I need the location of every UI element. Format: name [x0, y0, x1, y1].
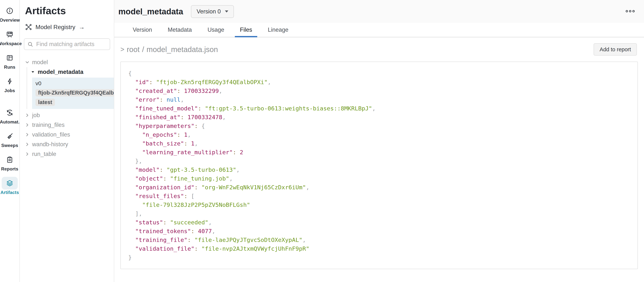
tree-collection-job[interactable]: job — [24, 110, 110, 120]
tree-collection-label: validation_files — [32, 131, 70, 138]
artifact-tree: model model_metadata v0 ftjob-Zkn5rqfERG… — [24, 57, 110, 159]
code-line: "created_at": 1700332299, — [128, 86, 630, 95]
json-code: { "id": "ftjob-Zkn5rqfERGQy3f4QEalbOPXi"… — [128, 69, 630, 262]
tree-collection-label: wandb-history — [32, 141, 68, 148]
model-registry-icon — [25, 23, 32, 30]
code-line: { — [128, 69, 630, 78]
app-window: OverviewWorkspaceRunsJobsAutomat.SweepsR… — [0, 0, 644, 282]
caret-down-icon — [30, 69, 36, 75]
version-selector[interactable]: Version 0 — [191, 5, 234, 18]
breadcrumb-root[interactable]: root — [127, 45, 140, 54]
info-icon — [2, 4, 18, 17]
collapse-caret-icon[interactable]: > — [120, 45, 124, 53]
code-line: }, — [128, 157, 630, 165]
sidebar-item-workspace[interactable]: Workspace — [0, 28, 22, 46]
code-line: "result_files": [ — [128, 192, 630, 201]
chevron-right-icon — [25, 151, 30, 157]
tree-collection-training_files[interactable]: training_files — [24, 120, 110, 130]
tree-version-selected[interactable]: v0 ftjob-Zkn5rqfERGQy3f4QEalbOPXilatest — [32, 78, 114, 109]
breadcrumb-file: model_metadata.json — [146, 45, 218, 54]
add-to-report-button[interactable]: Add to report — [594, 43, 637, 56]
arrow-right-icon: → — [78, 24, 84, 30]
artifact-title: model_metadata — [118, 7, 183, 16]
breadcrumb-separator: / — [142, 45, 144, 54]
chevron-down-icon — [225, 10, 228, 12]
code-line: "error": null, — [128, 95, 630, 104]
sidebar-item-label: Reports — [1, 166, 18, 172]
tree-artifact-model-metadata[interactable]: model_metadata — [30, 67, 110, 77]
tab-usage[interactable]: Usage — [202, 26, 230, 37]
tree-collection-validation_files[interactable]: validation_files — [24, 130, 110, 140]
code-line: "validation_file": "file-nvp2AJtxmQVWyfc… — [128, 244, 630, 253]
layers-icon — [2, 177, 18, 190]
model-registry-label: Model Registry — [36, 24, 75, 30]
tree-other-collections: jobtraining_filesvalidation_fileswandb-h… — [24, 110, 110, 159]
tree-collection-label: job — [32, 112, 40, 119]
breadcrumb: > root / model_metadata.json — [120, 45, 218, 54]
ellipsis-icon — [626, 10, 628, 12]
lightning-icon — [2, 75, 18, 88]
artifact-search-box[interactable] — [24, 38, 110, 50]
code-line: } — [128, 253, 630, 262]
tab-lineage[interactable]: Lineage — [263, 26, 294, 37]
sidebar-item-label: Workspace — [0, 41, 22, 46]
artifact-header: model_metadata Version 0 — [114, 0, 644, 23]
tree-collection-label: training_files — [32, 122, 64, 128]
tab-metadata[interactable]: Metadata — [162, 26, 197, 37]
chevron-right-icon — [25, 122, 30, 128]
code-line: "organization_id": "org-WnF2wEqNkV1Nj65C… — [128, 183, 630, 192]
artifact-search-input[interactable] — [36, 41, 107, 48]
sidebar-item-automations[interactable]: Automat. — [0, 106, 20, 125]
alias-pills: ftjob-Zkn5rqfERGQy3f4QEalbOPXilatest — [36, 89, 114, 106]
clipboard-icon — [2, 153, 18, 166]
code-line: "fine_tuned_model": "ft:gpt-3.5-turbo-06… — [128, 104, 630, 113]
tab-version[interactable]: Version — [128, 26, 157, 37]
tab-files[interactable]: Files — [235, 26, 257, 37]
search-icon — [27, 41, 33, 47]
overflow-menu-button[interactable] — [626, 10, 635, 12]
code-line: "trained_tokens": 4077, — [128, 227, 630, 236]
artifacts-panel: Artifacts Model Registry → model — [20, 0, 114, 282]
automation-icon — [2, 106, 18, 119]
workspace-icon — [2, 28, 18, 41]
tree-collection-model[interactable]: model — [24, 57, 110, 67]
sidebar-item-label: Runs — [4, 64, 16, 70]
sidebar-item-sweeps[interactable]: Sweeps — [1, 130, 18, 148]
sidebar-item-runs[interactable]: Runs — [2, 51, 18, 70]
sidebar-item-label: Jobs — [4, 88, 15, 93]
chevron-down-icon — [25, 60, 30, 65]
code-line: ], — [128, 209, 630, 218]
code-line: "learning_rate_multiplier": 2 — [128, 148, 630, 157]
sidebar-item-label: Overview — [0, 17, 20, 23]
chevron-right-icon — [25, 142, 30, 147]
code-line: "file-79l328JzP2P5pZV5NoBFLGsh" — [128, 201, 630, 209]
sidebar-item-label: Artifacts — [0, 190, 19, 195]
code-line: "hyperparameters": { — [128, 122, 630, 130]
code-line: "model": "gpt-3.5-turbo-0613", — [128, 165, 630, 174]
alias-pill[interactable]: ftjob-Zkn5rqfERGQy3f4QEalbOPXi — [36, 89, 114, 96]
tree-collection-run_table[interactable]: run_table — [24, 149, 110, 159]
sidebar-item-reports[interactable]: Reports — [1, 153, 18, 172]
broom-icon — [2, 130, 18, 142]
alias-pill[interactable]: latest — [36, 99, 55, 106]
tab-bar: VersionMetadataUsageFilesLineage — [114, 23, 644, 37]
ellipsis-icon — [632, 10, 635, 12]
main-content: model_metadata Version 0 VersionMetadata… — [114, 0, 644, 282]
model-registry-link[interactable]: Model Registry → — [25, 23, 110, 30]
code-line: "batch_size": 1, — [128, 139, 630, 148]
sidebar-item-overview[interactable]: Overview — [0, 4, 20, 23]
code-line: "object": "fine_tuning.job", — [128, 174, 630, 183]
ellipsis-icon — [629, 10, 631, 12]
code-line: "id": "ftjob-Zkn5rqfERGQy3f4QEalbOPXi", — [128, 78, 630, 86]
file-toolbar: > root / model_metadata.json Add to repo… — [114, 37, 644, 61]
sidebar-item-jobs[interactable]: Jobs — [2, 75, 18, 93]
tree-collection-label: run_table — [32, 151, 56, 157]
tree-collection-wandb-history[interactable]: wandb-history — [24, 140, 110, 149]
sidebar-item-artifacts[interactable]: Artifacts — [0, 177, 19, 195]
version-label: v0 — [36, 80, 114, 86]
sidebar-item-label: Automat. — [0, 119, 20, 125]
sidebar-item-label: Sweeps — [1, 143, 18, 148]
code-line: "n_epochs": 1, — [128, 130, 630, 139]
sidebar-rail: OverviewWorkspaceRunsJobsAutomat.SweepsR… — [0, 0, 20, 282]
file-content-viewer: { "id": "ftjob-Zkn5rqfERGQy3f4QEalbOPXi"… — [120, 61, 638, 269]
